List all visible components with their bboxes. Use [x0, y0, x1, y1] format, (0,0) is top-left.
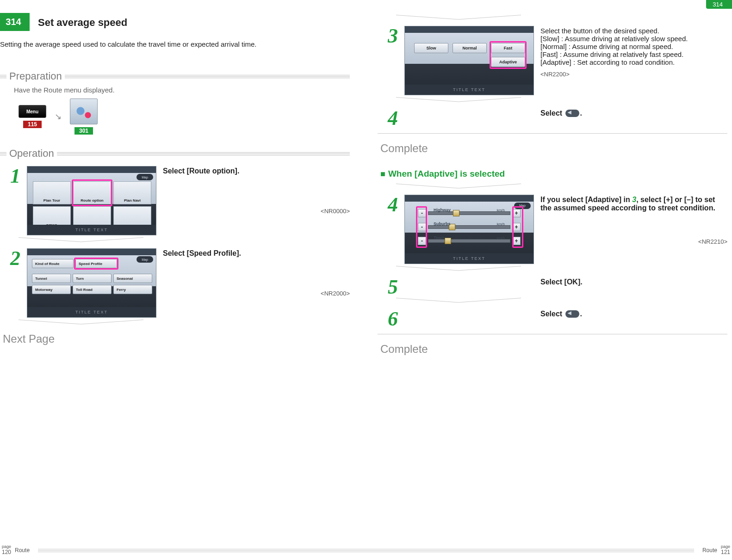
highlight-route-option [72, 179, 112, 206]
highlight-plus [512, 206, 523, 248]
step-instruction: Select . [540, 310, 727, 318]
step-3: 3 Slow Normal Fast Adaptive TITLE TEXT S… [380, 26, 727, 95]
step-1: 1 Map Plan Tour Route option Plan Navi D… [3, 166, 350, 235]
highlight-fast-adaptive [490, 41, 527, 69]
page-number-right: 121 [721, 549, 730, 555]
step-adaptive-6: 6 Select . [380, 309, 727, 328]
operation-heading: Operation [0, 148, 350, 160]
step-instruction: Select [OK]. [540, 278, 727, 286]
step-instruction: Select . [540, 109, 727, 117]
preparation-text: Have the Route menu displayed. [14, 86, 350, 94]
step-divider [19, 237, 143, 242]
step-divider [396, 15, 521, 19]
screenshot-step3: Slow Normal Fast Adaptive TITLE TEXT [404, 26, 534, 95]
step-divider [396, 298, 521, 302]
step-instruction: If you select [Adaptive] in 3, select [+… [540, 196, 727, 212]
ref-tag-left: 115 [23, 121, 42, 128]
step-number: 1 [3, 166, 20, 185]
complete-label: Complete [380, 343, 727, 356]
highlight-minus [416, 206, 427, 248]
step-number: 4 [380, 108, 398, 128]
rule [378, 133, 727, 134]
arrow-icon: ↘ [55, 111, 62, 122]
step-instruction: Select [Route option]. [163, 167, 350, 175]
screenshot-step1: Map Plan Tour Route option Plan Navi DEM… [27, 166, 156, 235]
step-divider [396, 184, 521, 188]
footer: page 120 Route Route page 121 [0, 545, 732, 555]
menu-thumb: Menu [19, 105, 46, 118]
left-column: 314 Set average speed Setting the averag… [0, 0, 350, 356]
adaptive-heading: ■When [Adaptive] is selected [380, 169, 727, 179]
step-number: 4 [380, 195, 398, 214]
right-column: 3 Slow Normal Fast Adaptive TITLE TEXT S… [378, 0, 727, 356]
complete-label: Complete [380, 142, 727, 155]
top-right-tab: 314 [706, 0, 732, 9]
screenshot-adaptive: Map -+ Highwaykm/h -+ Suburbskm/h -+ Tow… [404, 195, 534, 264]
step-divider [19, 320, 143, 324]
footer-section-left: Route [15, 547, 30, 554]
footer-section-right: Route [702, 547, 717, 554]
preparation-thumbnails: Menu 115 ↘ 301 [19, 98, 350, 135]
intro-text: Setting the average speed used to calcul… [0, 40, 350, 48]
preparation-heading: Preparation [0, 70, 350, 82]
step-adaptive-5: 5 Select [OK]. [380, 277, 727, 296]
code-ref: <NR0000> [163, 208, 350, 215]
route-thumb [70, 98, 98, 124]
step-number: 3 [380, 26, 398, 45]
step-adaptive-4: 4 Map -+ Highwaykm/h -+ Suburbskm/h -+ [380, 195, 727, 264]
section-title: Set average speed [30, 13, 127, 31]
next-page-label: Next Page [3, 332, 350, 345]
back-icon [565, 310, 579, 318]
step-divider [396, 266, 521, 271]
rule [378, 334, 727, 334]
page-number-left: 120 [2, 549, 11, 555]
step-4: 4 Select . [380, 108, 727, 128]
step-divider [396, 97, 521, 102]
code-ref: <NR2000> [163, 290, 350, 297]
step-number: 6 [380, 309, 398, 328]
step-2: 2 Map Kind of Route Speed Profile Tunnel… [3, 248, 350, 318]
section-number-tab: 314 [0, 13, 30, 31]
back-icon [565, 110, 579, 117]
code-ref: <NR2210> [540, 238, 727, 245]
step-instruction: Select the button of the desired speed. [540, 27, 727, 35]
code-ref: <NR2200> [540, 71, 727, 78]
ref-tag-right: 301 [74, 127, 93, 135]
screenshot-step2: Map Kind of Route Speed Profile Tunnel T… [27, 248, 156, 318]
step-number: 5 [380, 277, 398, 296]
step-instruction: Select [Speed Profile]. [163, 249, 350, 258]
highlight-speed-profile [74, 258, 118, 270]
step-number: 2 [3, 248, 20, 268]
